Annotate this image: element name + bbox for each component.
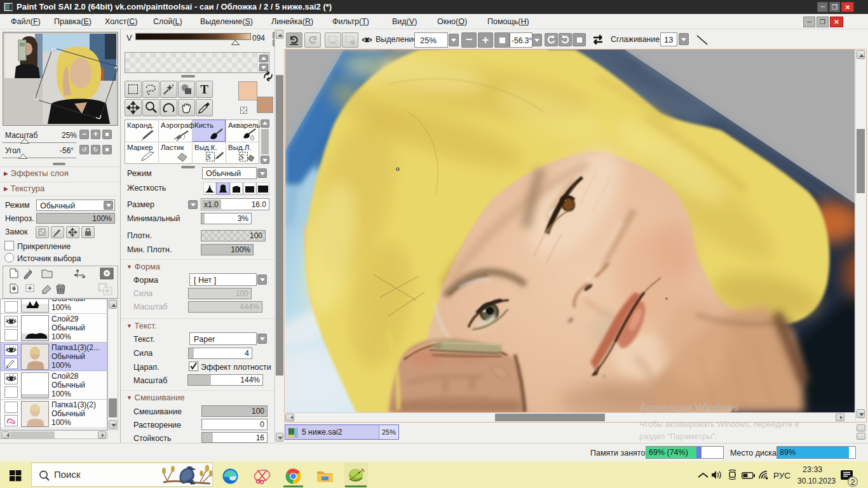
- svg-text:2: 2: [851, 478, 855, 487]
- svg-text:S: S: [207, 152, 211, 161]
- svg-text:S: S: [240, 152, 244, 161]
